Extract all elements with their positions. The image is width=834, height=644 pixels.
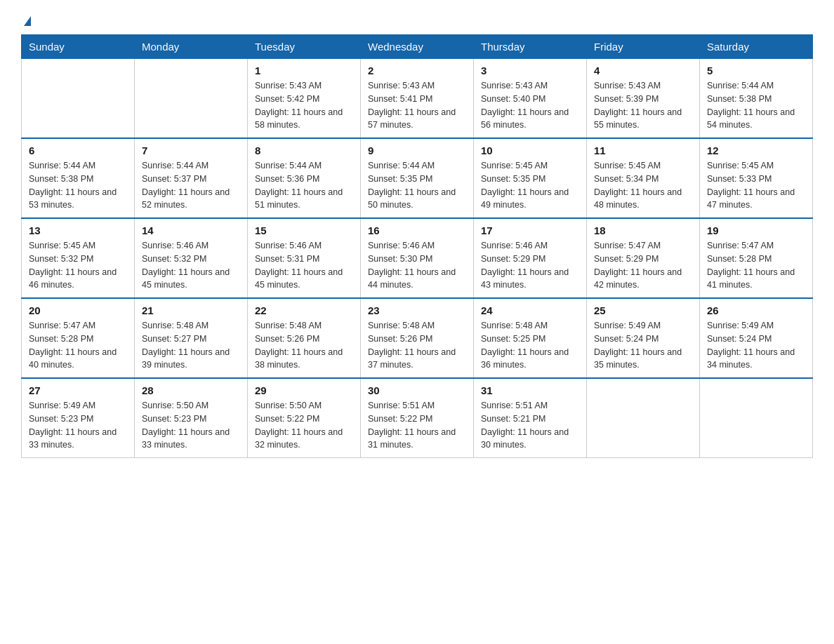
day-number: 22: [255, 304, 353, 316]
day-info: Sunrise: 5:47 AMSunset: 5:28 PMDaylight:…: [707, 239, 805, 292]
day-info: Sunrise: 5:45 AMSunset: 5:34 PMDaylight:…: [594, 159, 692, 212]
header-monday: Monday: [135, 35, 248, 59]
calendar-cell: 1Sunrise: 5:43 AMSunset: 5:42 PMDaylight…: [248, 59, 361, 139]
day-number: 27: [29, 384, 127, 396]
day-number: 30: [368, 384, 466, 396]
calendar-cell: 14Sunrise: 5:46 AMSunset: 5:32 PMDayligh…: [135, 218, 248, 298]
day-info: Sunrise: 5:44 AMSunset: 5:35 PMDaylight:…: [368, 159, 466, 212]
day-number: 25: [594, 304, 692, 316]
calendar-cell: 16Sunrise: 5:46 AMSunset: 5:30 PMDayligh…: [361, 218, 474, 298]
day-info: Sunrise: 5:45 AMSunset: 5:33 PMDaylight:…: [707, 159, 805, 212]
day-number: 15: [255, 224, 353, 236]
day-info: Sunrise: 5:49 AMSunset: 5:24 PMDaylight:…: [707, 319, 805, 372]
calendar-cell: 21Sunrise: 5:48 AMSunset: 5:27 PMDayligh…: [135, 298, 248, 378]
header-tuesday: Tuesday: [248, 35, 361, 59]
day-number: 2: [368, 65, 466, 76]
calendar-cell: 19Sunrise: 5:47 AMSunset: 5:28 PMDayligh…: [700, 218, 813, 298]
calendar-week-row: 20Sunrise: 5:47 AMSunset: 5:28 PMDayligh…: [22, 298, 813, 378]
day-number: 12: [707, 145, 805, 156]
day-info: Sunrise: 5:43 AMSunset: 5:42 PMDaylight:…: [255, 79, 353, 132]
day-info: Sunrise: 5:48 AMSunset: 5:27 PMDaylight:…: [142, 319, 240, 372]
calendar-cell: 31Sunrise: 5:51 AMSunset: 5:21 PMDayligh…: [474, 378, 587, 458]
day-info: Sunrise: 5:44 AMSunset: 5:38 PMDaylight:…: [29, 159, 127, 212]
calendar-cell: [22, 59, 135, 139]
day-number: 10: [481, 145, 579, 156]
day-number: 29: [255, 384, 353, 396]
day-info: Sunrise: 5:48 AMSunset: 5:26 PMDaylight:…: [255, 319, 353, 372]
day-info: Sunrise: 5:44 AMSunset: 5:36 PMDaylight:…: [255, 159, 353, 212]
calendar-week-row: 27Sunrise: 5:49 AMSunset: 5:23 PMDayligh…: [22, 378, 813, 458]
day-number: 23: [368, 304, 466, 316]
calendar-table: Sunday Monday Tuesday Wednesday Thursday…: [21, 34, 813, 458]
calendar-cell: 3Sunrise: 5:43 AMSunset: 5:40 PMDaylight…: [474, 59, 587, 139]
calendar-cell: 15Sunrise: 5:46 AMSunset: 5:31 PMDayligh…: [248, 218, 361, 298]
calendar-cell: 17Sunrise: 5:46 AMSunset: 5:29 PMDayligh…: [474, 218, 587, 298]
day-info: Sunrise: 5:44 AMSunset: 5:37 PMDaylight:…: [142, 159, 240, 212]
day-number: 1: [255, 65, 353, 76]
day-number: 16: [368, 224, 466, 236]
day-info: Sunrise: 5:48 AMSunset: 5:26 PMDaylight:…: [368, 319, 466, 372]
calendar-cell: 7Sunrise: 5:44 AMSunset: 5:37 PMDaylight…: [135, 138, 248, 218]
calendar-cell: 28Sunrise: 5:50 AMSunset: 5:23 PMDayligh…: [135, 378, 248, 458]
calendar-cell: 24Sunrise: 5:48 AMSunset: 5:25 PMDayligh…: [474, 298, 587, 378]
calendar-cell: [135, 59, 248, 139]
day-info: Sunrise: 5:45 AMSunset: 5:35 PMDaylight:…: [481, 159, 579, 212]
day-info: Sunrise: 5:47 AMSunset: 5:29 PMDaylight:…: [594, 239, 692, 292]
calendar-cell: 6Sunrise: 5:44 AMSunset: 5:38 PMDaylight…: [22, 138, 135, 218]
day-info: Sunrise: 5:46 AMSunset: 5:30 PMDaylight:…: [368, 239, 466, 292]
calendar-cell: 29Sunrise: 5:50 AMSunset: 5:22 PMDayligh…: [248, 378, 361, 458]
day-number: 9: [368, 145, 466, 156]
day-info: Sunrise: 5:43 AMSunset: 5:39 PMDaylight:…: [594, 79, 692, 132]
day-number: 4: [594, 65, 692, 76]
calendar-header-row: Sunday Monday Tuesday Wednesday Thursday…: [22, 35, 813, 59]
day-info: Sunrise: 5:50 AMSunset: 5:23 PMDaylight:…: [142, 399, 240, 452]
calendar-week-row: 13Sunrise: 5:45 AMSunset: 5:32 PMDayligh…: [22, 218, 813, 298]
day-info: Sunrise: 5:47 AMSunset: 5:28 PMDaylight:…: [29, 319, 127, 372]
day-info: Sunrise: 5:50 AMSunset: 5:22 PMDaylight:…: [255, 399, 353, 452]
day-number: 21: [142, 304, 240, 316]
day-number: 19: [707, 224, 805, 236]
calendar-cell: 9Sunrise: 5:44 AMSunset: 5:35 PMDaylight…: [361, 138, 474, 218]
calendar-week-row: 6Sunrise: 5:44 AMSunset: 5:38 PMDaylight…: [22, 138, 813, 218]
day-info: Sunrise: 5:48 AMSunset: 5:25 PMDaylight:…: [481, 319, 579, 372]
calendar-cell: 10Sunrise: 5:45 AMSunset: 5:35 PMDayligh…: [474, 138, 587, 218]
calendar-cell: 2Sunrise: 5:43 AMSunset: 5:41 PMDaylight…: [361, 59, 474, 139]
day-info: Sunrise: 5:43 AMSunset: 5:40 PMDaylight:…: [481, 79, 579, 132]
calendar-cell: 5Sunrise: 5:44 AMSunset: 5:38 PMDaylight…: [700, 59, 813, 139]
calendar-cell: 26Sunrise: 5:49 AMSunset: 5:24 PMDayligh…: [700, 298, 813, 378]
calendar-cell: 4Sunrise: 5:43 AMSunset: 5:39 PMDaylight…: [587, 59, 700, 139]
day-number: 28: [142, 384, 240, 396]
calendar-cell: [700, 378, 813, 458]
header-sunday: Sunday: [22, 35, 135, 59]
calendar-cell: [587, 378, 700, 458]
day-info: Sunrise: 5:46 AMSunset: 5:29 PMDaylight:…: [481, 239, 579, 292]
calendar-cell: 25Sunrise: 5:49 AMSunset: 5:24 PMDayligh…: [587, 298, 700, 378]
day-info: Sunrise: 5:45 AMSunset: 5:32 PMDaylight:…: [29, 239, 127, 292]
day-number: 14: [142, 224, 240, 236]
day-number: 7: [142, 145, 240, 156]
day-number: 5: [707, 65, 805, 76]
day-number: 6: [29, 145, 127, 156]
logo-arrow-icon: [24, 16, 31, 26]
day-number: 17: [481, 224, 579, 236]
calendar-cell: 27Sunrise: 5:49 AMSunset: 5:23 PMDayligh…: [22, 378, 135, 458]
calendar-cell: 12Sunrise: 5:45 AMSunset: 5:33 PMDayligh…: [700, 138, 813, 218]
header-friday: Friday: [587, 35, 700, 59]
header-thursday: Thursday: [474, 35, 587, 59]
day-number: 20: [29, 304, 127, 316]
day-info: Sunrise: 5:49 AMSunset: 5:23 PMDaylight:…: [29, 399, 127, 452]
calendar-cell: 8Sunrise: 5:44 AMSunset: 5:36 PMDaylight…: [248, 138, 361, 218]
day-number: 13: [29, 224, 127, 236]
day-info: Sunrise: 5:46 AMSunset: 5:31 PMDaylight:…: [255, 239, 353, 292]
day-number: 8: [255, 145, 353, 156]
day-info: Sunrise: 5:51 AMSunset: 5:22 PMDaylight:…: [368, 399, 466, 452]
calendar-cell: 11Sunrise: 5:45 AMSunset: 5:34 PMDayligh…: [587, 138, 700, 218]
calendar-cell: 20Sunrise: 5:47 AMSunset: 5:28 PMDayligh…: [22, 298, 135, 378]
calendar-cell: 13Sunrise: 5:45 AMSunset: 5:32 PMDayligh…: [22, 218, 135, 298]
day-info: Sunrise: 5:46 AMSunset: 5:32 PMDaylight:…: [142, 239, 240, 292]
day-info: Sunrise: 5:43 AMSunset: 5:41 PMDaylight:…: [368, 79, 466, 132]
day-number: 24: [481, 304, 579, 316]
day-info: Sunrise: 5:51 AMSunset: 5:21 PMDaylight:…: [481, 399, 579, 452]
day-info: Sunrise: 5:44 AMSunset: 5:38 PMDaylight:…: [707, 79, 805, 132]
day-info: Sunrise: 5:49 AMSunset: 5:24 PMDaylight:…: [594, 319, 692, 372]
